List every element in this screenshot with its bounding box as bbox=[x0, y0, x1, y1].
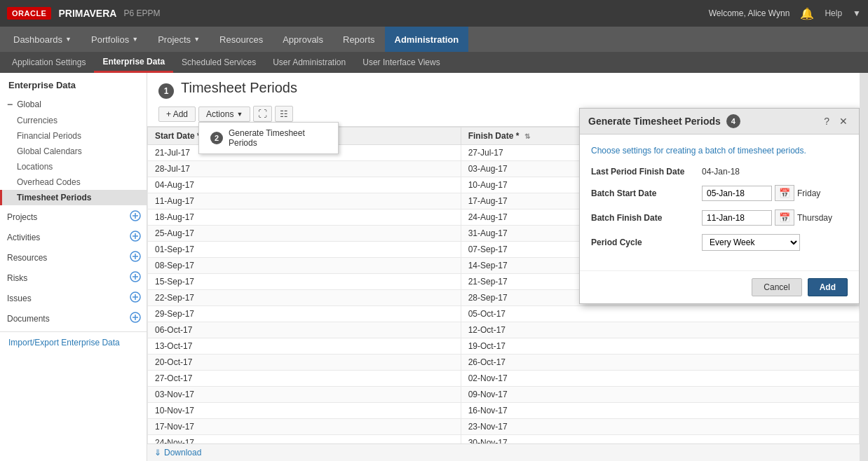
sidebar-title: Enterprise Data bbox=[0, 73, 147, 95]
content-area: 1 Timesheet Periods + Add Actions ▼ 2 Ge… bbox=[147, 73, 860, 461]
batch-finish-calendar-button[interactable]: 📅 bbox=[775, 209, 794, 226]
modal-body: Choose settings for creating a batch of … bbox=[580, 135, 859, 270]
documents-expand-icon bbox=[130, 312, 141, 325]
period-cycle-label: Period Cycle bbox=[591, 238, 696, 247]
modal-title-area: Generate Timesheet Periods 4 bbox=[588, 114, 740, 128]
batch-finish-label: Batch Finish Date bbox=[591, 213, 696, 223]
modal-overlay: Generate Timesheet Periods 4 ? ✕ Choose … bbox=[147, 73, 860, 461]
batch-start-input-group: 📅 Friday bbox=[702, 185, 820, 201]
modal-header: Generate Timesheet Periods 4 ? ✕ bbox=[580, 109, 859, 135]
app-name: PRIMAVERA bbox=[58, 8, 116, 19]
batch-finish-input-group: 📅 Thursday bbox=[702, 209, 832, 226]
sidebar-item-locations[interactable]: Locations bbox=[0, 159, 147, 174]
batch-start-input[interactable] bbox=[702, 186, 772, 201]
period-cycle-select[interactable]: Every WeekEvery Two WeeksEvery Month bbox=[702, 234, 800, 251]
batch-start-day: Friday bbox=[797, 188, 820, 198]
batch-finish-input[interactable] bbox=[702, 210, 772, 226]
modal-footer: Cancel Add bbox=[580, 270, 859, 303]
nav-dashboards[interactable]: Dashboards▼ bbox=[4, 27, 81, 52]
nav-portfolios[interactable]: Portfolios▼ bbox=[81, 27, 148, 52]
projects-expand-icon bbox=[130, 210, 141, 223]
right-scrollbar[interactable] bbox=[860, 73, 868, 461]
period-cycle-field: Period Cycle Every WeekEvery Two WeeksEv… bbox=[591, 234, 848, 251]
modal-close-icon[interactable]: ✕ bbox=[836, 114, 850, 128]
step-badge-4: 4 bbox=[726, 114, 740, 128]
generate-modal: Generate Timesheet Periods 4 ? ✕ Choose … bbox=[579, 108, 860, 304]
sidebar-global-label: Global bbox=[17, 99, 41, 109]
last-period-label: Last Period Finish Date bbox=[591, 167, 696, 177]
sidebar-item-financial-periods[interactable]: Financial Periods bbox=[0, 128, 147, 144]
sidebar-global-section: − Global Currencies Financial Periods Gl… bbox=[0, 95, 147, 207]
risks-expand-icon bbox=[130, 271, 141, 284]
app-sub: P6 EPPM bbox=[123, 8, 160, 18]
modal-title: Generate Timesheet Periods bbox=[588, 116, 721, 127]
sidebar-item-global-calendars[interactable]: Global Calendars bbox=[0, 144, 147, 159]
sub-nav-application-settings[interactable]: Application Settings bbox=[4, 52, 94, 73]
modal-description: Choose settings for creating a batch of … bbox=[591, 146, 848, 156]
resources-expand-icon bbox=[130, 251, 141, 264]
projects-caret-icon: ▼ bbox=[194, 36, 200, 43]
sub-nav-user-administration[interactable]: User Administration bbox=[264, 52, 354, 73]
modal-help-icon[interactable]: ? bbox=[821, 114, 832, 128]
sidebar-group-risks[interactable]: Risks bbox=[0, 268, 147, 288]
batch-finish-field: Batch Finish Date 📅 Thursday bbox=[591, 209, 848, 226]
sidebar: Enterprise Data − Global Currencies Fina… bbox=[0, 73, 147, 461]
sub-nav-bar: Application Settings Enterprise Data Sch… bbox=[0, 52, 868, 73]
nav-bar: Dashboards▼ Portfolios▼ Projects▼ Resour… bbox=[0, 27, 868, 52]
cancel-button[interactable]: Cancel bbox=[752, 278, 801, 296]
sub-nav-user-interface-views[interactable]: User Interface Views bbox=[354, 52, 449, 73]
global-collapse-icon: − bbox=[7, 99, 13, 110]
sub-nav-scheduled-services[interactable]: Scheduled Services bbox=[173, 52, 264, 73]
batch-start-field: Batch Start Date 📅 Friday bbox=[591, 185, 848, 201]
header-right: Welcome, Alice Wynn 🔔 Help ▼ bbox=[709, 7, 861, 20]
sidebar-group-activities[interactable]: Activities bbox=[0, 227, 147, 247]
nav-projects[interactable]: Projects▼ bbox=[148, 27, 210, 52]
bell-icon[interactable]: 🔔 bbox=[800, 7, 814, 20]
sidebar-group-resources[interactable]: Resources bbox=[0, 247, 147, 268]
sidebar-item-overhead-codes[interactable]: Overhead Codes bbox=[0, 174, 147, 190]
help-text[interactable]: Help bbox=[825, 8, 842, 18]
nav-administration[interactable]: Administration bbox=[385, 27, 469, 52]
header-left: ORACLE PRIMAVERA P6 EPPM bbox=[7, 7, 160, 20]
oracle-logo: ORACLE bbox=[7, 7, 51, 20]
top-header: ORACLE PRIMAVERA P6 EPPM Welcome, Alice … bbox=[0, 0, 868, 27]
sub-nav-enterprise-data[interactable]: Enterprise Data bbox=[94, 52, 173, 73]
sidebar-group-documents[interactable]: Documents bbox=[0, 308, 147, 329]
welcome-text: Welcome, Alice Wynn bbox=[709, 8, 790, 18]
issues-expand-icon bbox=[130, 291, 141, 305]
sidebar-item-currencies[interactable]: Currencies bbox=[0, 113, 147, 128]
batch-finish-day: Thursday bbox=[797, 213, 832, 223]
sidebar-global-header[interactable]: − Global bbox=[0, 96, 147, 113]
help-caret-icon: ▼ bbox=[853, 8, 861, 18]
last-period-field: Last Period Finish Date 04-Jan-18 bbox=[591, 167, 848, 177]
modal-add-button[interactable]: Add bbox=[808, 278, 848, 296]
batch-start-calendar-button[interactable]: 📅 bbox=[775, 185, 794, 201]
portfolios-caret-icon: ▼ bbox=[132, 36, 138, 43]
import-export-link[interactable]: Import/Export Enterprise Data bbox=[0, 331, 147, 353]
nav-resources[interactable]: Resources bbox=[210, 27, 273, 52]
sidebar-item-timesheet-periods[interactable]: Timesheet Periods bbox=[0, 190, 147, 205]
batch-start-label: Batch Start Date bbox=[591, 188, 696, 198]
modal-header-icons: ? ✕ bbox=[821, 114, 850, 128]
sidebar-group-issues[interactable]: Issues bbox=[0, 288, 147, 308]
last-period-value: 04-Jan-18 bbox=[702, 167, 740, 177]
dashboards-caret-icon: ▼ bbox=[65, 36, 72, 43]
sidebar-group-projects[interactable]: Projects bbox=[0, 207, 147, 227]
nav-reports[interactable]: Reports bbox=[333, 27, 385, 52]
activities-expand-icon bbox=[130, 230, 141, 244]
nav-approvals[interactable]: Approvals bbox=[273, 27, 333, 52]
main-layout: Enterprise Data − Global Currencies Fina… bbox=[0, 73, 868, 461]
